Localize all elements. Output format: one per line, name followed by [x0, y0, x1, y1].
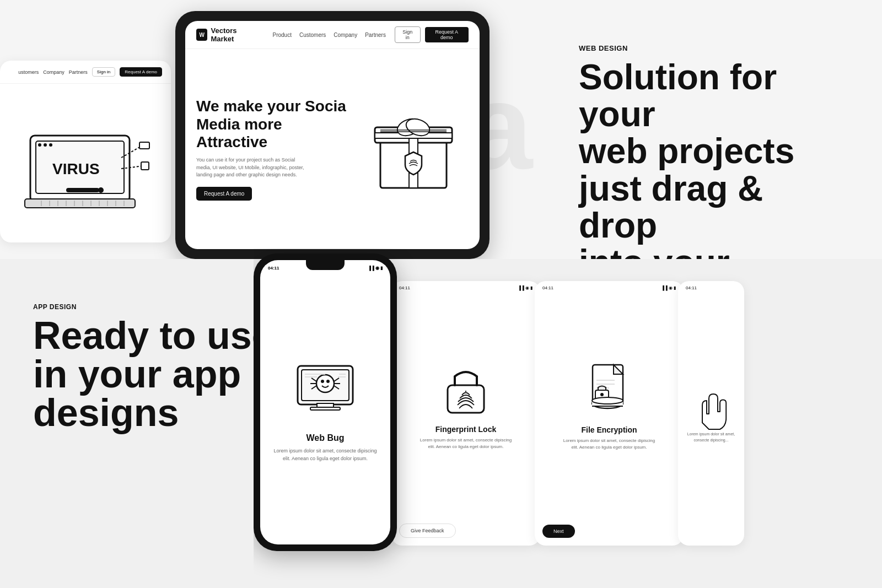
phone-card-1-name: Fingerprint Lock [435, 425, 496, 434]
phone-card-2-content: File Encryption Lorem ipsum dolor sit am… [535, 293, 684, 525]
svg-rect-35 [310, 407, 340, 410]
phones-area: 04:11 ▐▐ ◉ ▮ [254, 248, 882, 588]
tablet-logo: W Vectors Market [196, 26, 259, 43]
phone-card-1-icons: ▐▐ ◉ ▮ [518, 285, 533, 290]
svg-point-37 [321, 380, 324, 383]
phone-main: 04:11 ▐▐ ◉ ▮ [254, 253, 397, 551]
svg-rect-6 [139, 142, 149, 149]
laptop-card-nav: ustomers Company Partners Sign in Reques… [0, 61, 171, 84]
phone-card-1-status: 04:11 ▐▐ ◉ ▮ [391, 281, 540, 293]
bottom-section: APP DESIGN Ready to use in your app desi… [0, 259, 882, 588]
tablet-nav-btns: Sign in Request A demo [395, 26, 469, 43]
svg-point-19 [38, 143, 41, 147]
phone-card-3-content: Lorem ipsum dolor sit amet, consecte dip… [678, 293, 744, 546]
logo-initial: W [200, 32, 205, 38]
phone-card-3-time: 04:11 [686, 285, 697, 290]
phone-card-1-desc: Lorem ipsum dolor sit amet, consecte dip… [416, 437, 515, 450]
phone-card-3-status: 04:11 [678, 281, 744, 293]
tablet-nav-links: Product Customers Company Partners [273, 32, 386, 38]
tablet-screen: W Vectors Market Product Customers Compa… [185, 21, 480, 249]
phone-card-1-time: 04:11 [399, 285, 410, 290]
tablet-cta-button[interactable]: Request A demo [196, 187, 252, 201]
app-design-text: APP DESIGN Ready to use in your app desi… [33, 303, 273, 432]
tablet-logo-text: Vectors Market [211, 26, 258, 43]
svg-point-36 [316, 375, 334, 392]
phone-card-3-desc: Lorem ipsum dolor sit amet, consecte dip… [684, 431, 739, 443]
phone-card-2-icons: ▐▐ ◉ ▮ [661, 285, 676, 290]
nav-company: Company [334, 32, 357, 38]
svg-point-60 [592, 397, 623, 404]
nav-partners: Partners [365, 32, 386, 38]
svg-point-21 [49, 143, 52, 147]
tablet-hero-text: We make your Socia Media more Attractive… [196, 62, 353, 236]
virus-laptop-illustration: VIRUS [19, 103, 152, 224]
tablet-signin-button[interactable]: Sign in [395, 26, 421, 43]
phone-card-1-content: Fingerprint Lock Lorem ipsum dolor sit a… [391, 293, 540, 524]
top-section: ustomers Company Partners Sign in Reques… [0, 0, 882, 259]
phone-item-name: Web Bug [306, 433, 344, 443]
phone-card-2-time: 04:11 [542, 285, 553, 290]
laptop-card: ustomers Company Partners Sign in Reques… [0, 61, 171, 242]
svg-point-23 [98, 187, 104, 193]
tablet-hero-desc: You can use it for your project such as … [196, 157, 306, 179]
nav-partners: Partners [69, 69, 88, 75]
nav-product: Product [273, 32, 292, 38]
svg-rect-22 [66, 188, 99, 192]
svg-text:VIRUS: VIRUS [52, 160, 100, 177]
svg-point-38 [326, 380, 330, 383]
phone-item-desc: Lorem ipsum dolor sit amet, consecte dip… [270, 447, 380, 462]
phone-card-1-btns: Give Feedback [391, 524, 540, 546]
phone-card-encryption: 04:11 ▐▐ ◉ ▮ [535, 281, 684, 546]
phone-card-2-status: 04:11 ▐▐ ◉ ▮ [535, 281, 684, 293]
tablet-hero-heading: We make your Socia Media more Attractive [196, 98, 353, 151]
phone-card-fingerprint: 04:11 ▐▐ ◉ ▮ Fingerpri [391, 281, 540, 546]
phone-time: 04:11 [268, 266, 279, 271]
svg-point-55 [600, 393, 604, 396]
request-demo-button[interactable]: Request A demo [120, 67, 162, 77]
tablet-hero-image [358, 62, 469, 236]
tablet-frame: W Vectors Market Product Customers Compa… [175, 11, 490, 259]
app-design-label: APP DESIGN [33, 303, 273, 311]
app-design-heading: Ready to use in your app designs [33, 316, 273, 432]
tablet-requestdemo-button[interactable]: Request A demo [425, 27, 469, 42]
tablet-logo-icon: W [196, 29, 207, 41]
phone-card-2-name: File Encryption [581, 425, 637, 434]
tablet-hero-content: We make your Socia Media more Attractive… [185, 49, 480, 249]
web-design-label: WEB DESIGN [579, 44, 849, 52]
nav-customers: Customers [299, 32, 326, 38]
tablet-mockup: W Vectors Market Product Customers Compa… [175, 11, 490, 259]
sign-in-button[interactable]: Sign in [92, 67, 115, 77]
web-bug-illustration [289, 355, 361, 427]
file-encryption-illustration [579, 359, 639, 420]
fingerprint-lock-illustration [435, 359, 496, 419]
phone-card-partial: 04:11 Lorem ipsum dolor sit amet, consec… [678, 281, 744, 546]
nav-company: Company [43, 69, 64, 75]
svg-point-20 [44, 143, 47, 147]
phone-notch [306, 260, 345, 270]
phone-main-content: Web Bug Lorem ipsum dolor sit amet, cons… [261, 273, 389, 544]
give-feedback-button[interactable]: Give Feedback [399, 524, 456, 538]
box-illustration [364, 100, 463, 199]
nav-customers: ustomers [18, 69, 39, 75]
phone-card-2-btns: Next [535, 525, 684, 546]
svg-rect-49 [448, 385, 484, 413]
phone-card-2-desc: Lorem ipsum dolor sit amet, consecte dip… [560, 438, 659, 451]
partial-illustration [689, 387, 733, 431]
next-button[interactable]: Next [542, 525, 575, 538]
tablet-navbar: W Vectors Market Product Customers Compa… [185, 21, 480, 49]
phone-main-screen: 04:11 ▐▐ ◉ ▮ [260, 260, 390, 544]
phone-status: ▐▐ ◉ ▮ [368, 266, 383, 271]
svg-rect-7 [141, 162, 149, 170]
laptop-card-body: VIRUS [0, 84, 171, 242]
